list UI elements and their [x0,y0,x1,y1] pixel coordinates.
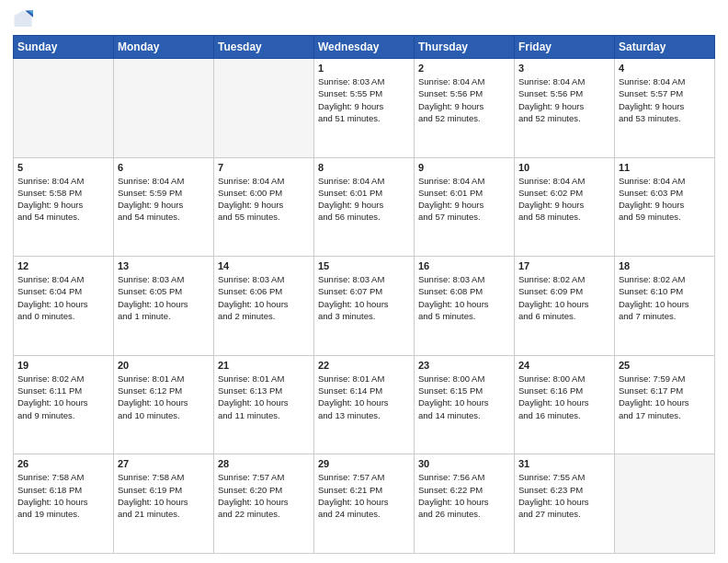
calendar-cell: 5Sunrise: 8:04 AM Sunset: 5:58 PM Daylig… [14,157,114,257]
day-number: 18 [619,260,711,271]
weekday-row: SundayMondayTuesdayWednesdayThursdayFrid… [14,36,715,59]
calendar-body: 1Sunrise: 8:03 AM Sunset: 5:55 PM Daylig… [14,59,715,554]
calendar-week-row: 26Sunrise: 7:58 AM Sunset: 6:18 PM Dayli… [14,454,715,554]
day-number: 24 [518,360,610,371]
logo [13,9,37,29]
weekday-header: Monday [114,36,214,59]
day-info: Sunrise: 8:02 AM Sunset: 6:11 PM Dayligh… [17,373,109,421]
day-info: Sunrise: 7:57 AM Sunset: 6:20 PM Dayligh… [218,471,310,520]
day-number: 20 [118,360,210,371]
calendar-cell: 22Sunrise: 8:01 AM Sunset: 6:14 PM Dayli… [314,355,415,454]
day-number: 2 [418,63,510,74]
calendar-week-row: 19Sunrise: 8:02 AM Sunset: 6:11 PM Dayli… [14,355,715,454]
day-info: Sunrise: 8:04 AM Sunset: 6:01 PM Dayligh… [318,175,410,224]
day-info: Sunrise: 7:59 AM Sunset: 6:17 PM Dayligh… [619,373,711,421]
day-info: Sunrise: 8:04 AM Sunset: 6:03 PM Dayligh… [619,175,711,224]
calendar-cell: 2Sunrise: 8:04 AM Sunset: 5:56 PM Daylig… [415,59,515,158]
weekday-header: Saturday [615,36,715,59]
day-info: Sunrise: 8:03 AM Sunset: 6:05 PM Dayligh… [118,273,210,322]
calendar-cell: 14Sunrise: 8:03 AM Sunset: 6:06 PM Dayli… [214,257,314,356]
day-info: Sunrise: 8:04 AM Sunset: 6:04 PM Dayligh… [17,273,109,322]
day-number: 30 [418,458,510,469]
calendar-cell: 11Sunrise: 8:04 AM Sunset: 6:03 PM Dayli… [615,157,715,257]
calendar-cell: 8Sunrise: 8:04 AM Sunset: 6:01 PM Daylig… [314,157,415,257]
calendar-cell: 21Sunrise: 8:01 AM Sunset: 6:13 PM Dayli… [214,355,314,454]
calendar-cell: 6Sunrise: 8:04 AM Sunset: 5:59 PM Daylig… [114,157,214,257]
day-info: Sunrise: 8:04 AM Sunset: 5:56 PM Dayligh… [418,75,510,124]
day-info: Sunrise: 8:00 AM Sunset: 6:16 PM Dayligh… [518,373,610,421]
day-info: Sunrise: 7:55 AM Sunset: 6:23 PM Dayligh… [518,471,610,520]
calendar-cell: 23Sunrise: 8:00 AM Sunset: 6:15 PM Dayli… [415,355,515,454]
day-number: 8 [318,162,410,173]
day-info: Sunrise: 7:58 AM Sunset: 6:19 PM Dayligh… [118,471,210,520]
day-info: Sunrise: 7:57 AM Sunset: 6:21 PM Dayligh… [318,471,410,520]
calendar-cell: 16Sunrise: 8:03 AM Sunset: 6:08 PM Dayli… [415,257,515,356]
day-info: Sunrise: 8:04 AM Sunset: 6:00 PM Dayligh… [218,175,310,224]
calendar-cell: 15Sunrise: 8:03 AM Sunset: 6:07 PM Dayli… [314,257,415,356]
calendar-cell: 24Sunrise: 8:00 AM Sunset: 6:16 PM Dayli… [515,355,615,454]
weekday-header: Sunday [14,36,114,59]
day-info: Sunrise: 8:04 AM Sunset: 5:58 PM Dayligh… [17,175,109,224]
day-number: 17 [518,260,610,271]
weekday-header: Tuesday [214,36,314,59]
calendar-cell [114,59,214,158]
day-number: 9 [418,162,510,173]
header [13,9,715,29]
day-number: 1 [318,63,410,74]
day-info: Sunrise: 8:01 AM Sunset: 6:14 PM Dayligh… [318,373,410,421]
calendar-cell: 27Sunrise: 7:58 AM Sunset: 6:19 PM Dayli… [114,454,214,554]
day-info: Sunrise: 8:03 AM Sunset: 6:08 PM Dayligh… [418,273,510,322]
calendar-cell: 26Sunrise: 7:58 AM Sunset: 6:18 PM Dayli… [14,454,114,554]
calendar-cell: 4Sunrise: 8:04 AM Sunset: 5:57 PM Daylig… [615,59,715,158]
day-info: Sunrise: 8:03 AM Sunset: 6:07 PM Dayligh… [318,273,410,322]
day-number: 7 [218,162,310,173]
calendar-page: SundayMondayTuesdayWednesdayThursdayFrid… [0,0,728,563]
calendar-week-row: 12Sunrise: 8:04 AM Sunset: 6:04 PM Dayli… [14,257,715,356]
calendar-cell: 1Sunrise: 8:03 AM Sunset: 5:55 PM Daylig… [314,59,415,158]
day-info: Sunrise: 8:04 AM Sunset: 6:02 PM Dayligh… [518,175,610,224]
day-number: 21 [218,360,310,371]
day-number: 28 [218,458,310,469]
day-info: Sunrise: 8:02 AM Sunset: 6:10 PM Dayligh… [619,273,711,322]
day-number: 25 [619,360,711,371]
day-info: Sunrise: 7:56 AM Sunset: 6:22 PM Dayligh… [418,471,510,520]
logo-icon [13,9,33,29]
calendar-cell: 9Sunrise: 8:04 AM Sunset: 6:01 PM Daylig… [415,157,515,257]
day-info: Sunrise: 8:04 AM Sunset: 5:57 PM Dayligh… [619,75,711,124]
calendar-week-row: 5Sunrise: 8:04 AM Sunset: 5:58 PM Daylig… [14,157,715,257]
day-number: 22 [318,360,410,371]
day-info: Sunrise: 8:01 AM Sunset: 6:12 PM Dayligh… [118,373,210,421]
calendar-cell: 31Sunrise: 7:55 AM Sunset: 6:23 PM Dayli… [515,454,615,554]
calendar-cell: 3Sunrise: 8:04 AM Sunset: 5:56 PM Daylig… [515,59,615,158]
day-info: Sunrise: 8:04 AM Sunset: 5:59 PM Dayligh… [118,175,210,224]
calendar-cell: 7Sunrise: 8:04 AM Sunset: 6:00 PM Daylig… [214,157,314,257]
day-number: 11 [619,162,711,173]
day-info: Sunrise: 8:01 AM Sunset: 6:13 PM Dayligh… [218,373,310,421]
calendar-cell: 18Sunrise: 8:02 AM Sunset: 6:10 PM Dayli… [615,257,715,356]
day-info: Sunrise: 8:00 AM Sunset: 6:15 PM Dayligh… [418,373,510,421]
day-number: 16 [418,260,510,271]
calendar-cell [214,59,314,158]
day-info: Sunrise: 8:04 AM Sunset: 6:01 PM Dayligh… [418,175,510,224]
calendar-cell [14,59,114,158]
day-info: Sunrise: 8:04 AM Sunset: 5:56 PM Dayligh… [518,75,610,124]
day-number: 4 [619,63,711,74]
weekday-header: Thursday [415,36,515,59]
weekday-header: Friday [515,36,615,59]
calendar-week-row: 1Sunrise: 8:03 AM Sunset: 5:55 PM Daylig… [14,59,715,158]
calendar-table: SundayMondayTuesdayWednesdayThursdayFrid… [13,35,715,554]
day-number: 6 [118,162,210,173]
calendar-cell: 30Sunrise: 7:56 AM Sunset: 6:22 PM Dayli… [415,454,515,554]
day-number: 15 [318,260,410,271]
day-number: 19 [17,360,109,371]
calendar-cell: 25Sunrise: 7:59 AM Sunset: 6:17 PM Dayli… [615,355,715,454]
day-info: Sunrise: 7:58 AM Sunset: 6:18 PM Dayligh… [17,471,109,520]
calendar-cell: 12Sunrise: 8:04 AM Sunset: 6:04 PM Dayli… [14,257,114,356]
day-number: 13 [118,260,210,271]
calendar-cell: 28Sunrise: 7:57 AM Sunset: 6:20 PM Dayli… [214,454,314,554]
day-number: 26 [17,458,109,469]
calendar-cell: 17Sunrise: 8:02 AM Sunset: 6:09 PM Dayli… [515,257,615,356]
calendar-cell [615,454,715,554]
calendar-cell: 20Sunrise: 8:01 AM Sunset: 6:12 PM Dayli… [114,355,214,454]
day-number: 31 [518,458,610,469]
